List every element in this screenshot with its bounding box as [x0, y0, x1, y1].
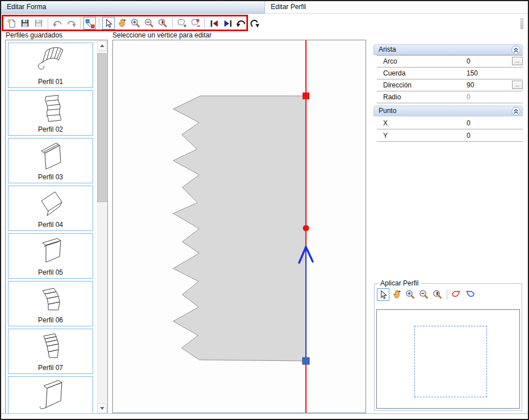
remove-vertex-icon[interactable]: [189, 17, 201, 30]
profile-edit-canvas[interactable]: [112, 40, 366, 413]
direccion-ellipsis-button[interactable]: ...: [512, 81, 523, 89]
profile-thumbnail-icon: [29, 235, 72, 268]
status-bar: [1, 413, 528, 419]
saved-profiles-list: Perfil 01 Perfil 02 Perfil 03 Perfil 04 …: [5, 40, 108, 414]
aplicar-perfil-label: Aplicar Perfil: [378, 279, 421, 287]
toolbar-separator: [204, 18, 205, 28]
profile-thumbnail-icon: [29, 378, 72, 411]
midpoint-handle-red-dot: [303, 225, 309, 232]
edit-vertices-icon[interactable]: [83, 17, 96, 30]
aplicar-toolbar: [376, 288, 477, 301]
zoom-out-icon[interactable]: [143, 17, 156, 30]
toolbar-separator: [172, 18, 173, 28]
add-vertex-icon[interactable]: [175, 17, 188, 30]
profile-item-02[interactable]: Perfil 02: [8, 90, 93, 136]
zoom-extents-icon[interactable]: [431, 288, 444, 301]
sidebar-title: Perfiles guardados: [6, 31, 62, 39]
profile-item-01[interactable]: Perfil 01: [8, 43, 93, 88]
profile-item-08[interactable]: [8, 376, 93, 414]
blue-profile-icon[interactable]: [464, 288, 476, 301]
panel-header-editar-perfil-label: Editar Perfil: [265, 1, 528, 13]
preview-dashed-outline: [414, 326, 487, 397]
direccion-value[interactable]: 90: [467, 81, 474, 89]
profile-thumbnail-icon: [29, 44, 72, 77]
property-row-direccion: Dirección 90 ...: [377, 79, 523, 91]
profile-thumbnail-icon: [29, 187, 72, 220]
profile-thumbnail-icon: [29, 330, 72, 363]
toolbar-separator: [80, 18, 81, 28]
profile-item-06[interactable]: Perfil 06: [8, 281, 93, 326]
profile-item-04[interactable]: Perfil 04: [8, 186, 93, 231]
scroll-up-icon[interactable]: [97, 41, 107, 51]
red-profile-icon[interactable]: [450, 288, 463, 301]
profile-item-05[interactable]: Perfil 05: [8, 233, 93, 279]
sidebar-scrollbar[interactable]: [97, 41, 107, 413]
property-row-y: Y 0: [377, 129, 523, 142]
panel-header-editar-perfil[interactable]: Editar Perfil: [265, 1, 528, 14]
pan-hand-icon[interactable]: [116, 17, 128, 30]
zoom-in-icon[interactable]: [129, 17, 142, 30]
profile-shape: [173, 96, 306, 361]
y-value[interactable]: 0: [467, 132, 471, 140]
pan-hand-icon[interactable]: [391, 288, 403, 301]
go-last-icon[interactable]: [221, 17, 234, 30]
new-document-icon[interactable]: [5, 17, 18, 30]
rotate-arrow-icon[interactable]: [249, 17, 261, 30]
toolbar-separator: [447, 289, 447, 300]
scroll-down-icon[interactable]: [97, 404, 107, 413]
profile-thumbnail-icon: [29, 92, 72, 125]
zoom-extents-icon[interactable]: [157, 17, 169, 30]
toolbar-grip[interactable]: [520, 18, 523, 29]
profile-thumbnail-icon: [29, 140, 72, 173]
zoom-in-icon[interactable]: [404, 288, 417, 301]
vertex-handle-red-square: [303, 93, 309, 99]
redo-icon[interactable]: [65, 17, 77, 30]
profile-thumbnail-icon: [29, 283, 72, 316]
property-row-x: X 0: [377, 116, 523, 129]
app-window: Editar Forma Editar Perfil Perfiles guar…: [0, 0, 529, 420]
aplicar-perfil-group: [374, 283, 522, 411]
save-as-icon[interactable]: [32, 17, 45, 30]
collapse-chevron-icon[interactable]: [511, 107, 520, 116]
collapse-chevron-icon[interactable]: [511, 45, 520, 54]
edge-properties-panel: Arista Arco 0 ... Cuerda 150 Dirección 9…: [373, 44, 523, 142]
profile-item-07[interactable]: Perfil 07: [8, 329, 93, 374]
cuerda-value[interactable]: 150: [467, 69, 478, 77]
property-row-arco: Arco 0 ...: [377, 55, 523, 68]
radio-value: 0: [467, 93, 471, 101]
vertex-handle-blue-square: [303, 358, 309, 364]
panel-header-editar-forma-label: Editar Forma: [1, 1, 264, 13]
profile-item-03[interactable]: Perfil 03: [8, 138, 93, 183]
scrollbar-thumb[interactable]: [97, 53, 107, 202]
canvas-hint: Seleccione un vértice para editar: [112, 31, 212, 39]
arco-ellipsis-button[interactable]: ...: [512, 57, 523, 65]
main-toolbar: [1, 14, 528, 33]
save-icon[interactable]: [19, 17, 31, 30]
select-cursor-icon[interactable]: [377, 288, 389, 301]
property-row-radio: Radio 0: [377, 91, 523, 103]
flip-arrow-icon[interactable]: [235, 17, 247, 30]
go-first-icon[interactable]: [208, 17, 220, 30]
toolbar-separator: [48, 18, 48, 28]
apply-profile-preview[interactable]: [376, 309, 520, 409]
zoom-out-icon[interactable]: [418, 288, 430, 301]
property-row-cuerda: Cuerda 150: [377, 68, 523, 79]
undo-icon[interactable]: [51, 17, 64, 30]
toolbar-separator: [99, 18, 99, 28]
arista-group-header[interactable]: Arista: [373, 44, 523, 55]
select-cursor-icon[interactable]: [102, 17, 115, 30]
punto-group-header[interactable]: Punto: [373, 106, 523, 116]
x-value[interactable]: 0: [467, 119, 471, 127]
arco-value[interactable]: 0: [467, 57, 471, 65]
panel-header-editar-forma[interactable]: Editar Forma: [1, 1, 265, 14]
